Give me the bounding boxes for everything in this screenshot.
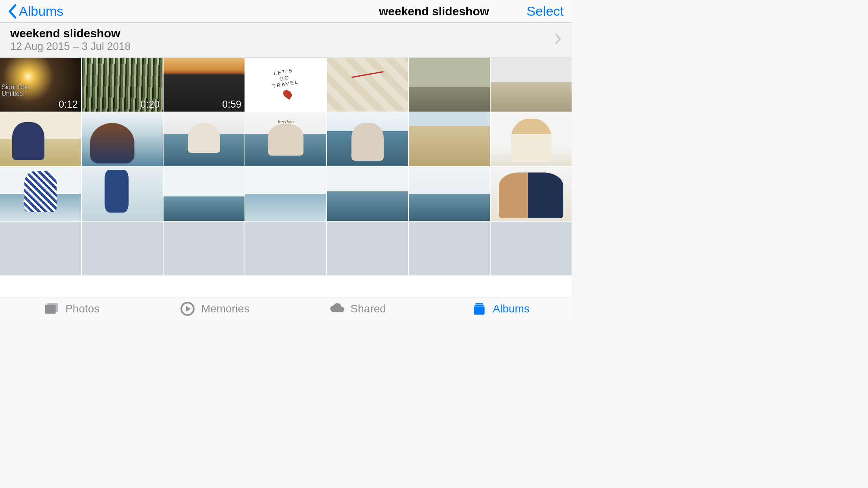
tab-albums[interactable]: Albums xyxy=(429,296,572,321)
back-button[interactable]: Albums xyxy=(8,4,63,19)
photo-thumbnail[interactable] xyxy=(409,222,490,275)
page-title: weekend slideshow xyxy=(379,5,489,18)
map-pin-icon xyxy=(281,88,293,100)
photo-thumbnail[interactable] xyxy=(82,112,163,166)
photo-thumbnail[interactable] xyxy=(327,167,408,221)
albums-icon xyxy=(471,301,487,317)
navigation-bar: Albums weekend slideshow Select xyxy=(0,0,572,23)
photos-icon xyxy=(43,301,60,317)
back-label: Albums xyxy=(19,4,63,19)
svg-rect-1 xyxy=(48,303,58,312)
photo-thumbnail[interactable]: LET'S GO TRAVEL xyxy=(245,58,326,112)
photo-thumbnail[interactable] xyxy=(491,58,572,112)
photo-thumbnail[interactable] xyxy=(409,167,490,221)
tab-bar: Photos Memories Shared Albums xyxy=(0,296,572,321)
video-thumbnail[interactable]: Sigur Rós Untitled 0:12 xyxy=(0,58,81,112)
photo-thumbnail[interactable] xyxy=(491,112,572,166)
photo-thumbnail[interactable] xyxy=(82,222,163,275)
album-date-range: 12 Aug 2015 – 3 Jul 2018 xyxy=(10,40,131,53)
video-duration: 0:59 xyxy=(222,99,241,110)
photo-thumbnail[interactable] xyxy=(327,112,408,166)
tab-photos[interactable]: Photos xyxy=(0,296,143,321)
tab-label: Shared xyxy=(351,303,386,315)
video-caption-artist: Sigur Rós xyxy=(2,84,29,91)
photo-thumbnail[interactable] xyxy=(409,112,490,166)
video-thumbnail[interactable]: 0:20 xyxy=(82,58,163,112)
chevron-left-icon xyxy=(8,4,17,19)
album-title: weekend slideshow xyxy=(10,27,131,40)
photo-thumbnail[interactable] xyxy=(0,167,81,221)
album-header[interactable]: weekend slideshow 12 Aug 2015 – 3 Jul 20… xyxy=(0,23,572,58)
svg-rect-3 xyxy=(474,306,484,315)
photo-grid: Sigur Rós Untitled 0:12 0:20 0:59 LET'S … xyxy=(0,58,572,296)
photo-thumbnail[interactable] xyxy=(491,167,572,221)
tab-label: Photos xyxy=(65,303,99,315)
photo-thumbnail[interactable] xyxy=(327,222,408,275)
memories-icon xyxy=(179,301,196,317)
tab-label: Albums xyxy=(493,303,530,315)
photo-thumbnail[interactable] xyxy=(164,222,245,275)
photo-thumbnail[interactable] xyxy=(491,222,572,275)
photo-thumbnail[interactable] xyxy=(245,222,326,275)
tab-shared[interactable]: Shared xyxy=(286,296,429,321)
photo-thumbnail[interactable] xyxy=(0,222,81,275)
video-duration: 0:20 xyxy=(140,99,160,110)
photo-thumbnail[interactable] xyxy=(164,167,245,221)
cloud-icon xyxy=(329,301,345,317)
chevron-right-icon xyxy=(555,33,561,46)
tab-label: Memories xyxy=(201,303,250,315)
video-caption-title: Untitled xyxy=(2,90,29,97)
svg-rect-4 xyxy=(474,305,484,306)
tab-memories[interactable]: Memories xyxy=(143,296,286,321)
svg-rect-5 xyxy=(475,303,483,304)
photo-thumbnail[interactable] xyxy=(409,58,490,112)
photo-thumbnail[interactable] xyxy=(327,58,408,112)
video-duration: 0:12 xyxy=(59,99,78,110)
photo-thumbnail[interactable] xyxy=(0,112,81,166)
photo-thumbnail[interactable]: freedom xyxy=(245,112,326,166)
photo-thumbnail[interactable] xyxy=(164,112,245,166)
photo-thumbnail[interactable] xyxy=(245,167,326,221)
select-button[interactable]: Select xyxy=(527,4,564,19)
video-thumbnail[interactable]: 0:59 xyxy=(164,58,245,112)
banner-text: freedom xyxy=(278,119,294,124)
photo-thumbnail[interactable] xyxy=(82,167,163,221)
